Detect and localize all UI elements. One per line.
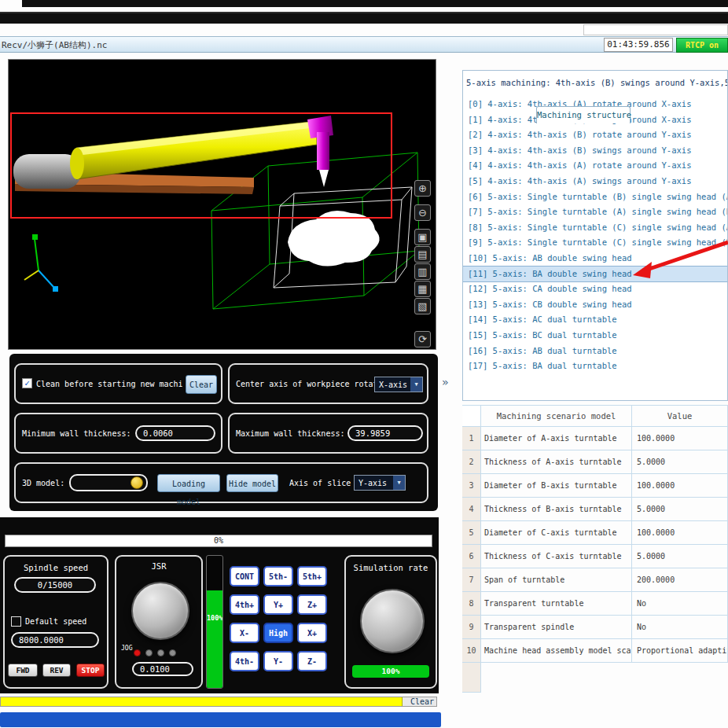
clear-progress-button[interactable]: Clear — [410, 697, 434, 706]
scenario-row-2[interactable]: 2Thickness of A-axis turntable5.0000 — [462, 450, 728, 474]
row-value[interactable]: 200.0000 — [632, 568, 728, 592]
scenario-row-1[interactable]: 1Diameter of A-axis turntable100.0000 — [462, 427, 728, 450]
jog-button-high[interactable]: High — [263, 623, 293, 643]
structure-item-4[interactable]: [4] 4-axis: 4th-axis (A) rotate around Y… — [463, 158, 728, 174]
row-value[interactable]: No — [632, 616, 728, 639]
rtcp-toggle-button[interactable]: RTCP on — [676, 38, 728, 53]
structure-item-12[interactable]: [12] 5-axis: CA double swing head — [463, 281, 728, 297]
jog-button-5th-minus[interactable]: 5th- — [263, 566, 293, 586]
min-wall-input[interactable]: 0.0060 — [135, 425, 215, 441]
default-speed-label: Default speed — [25, 617, 86, 626]
row-number: 4 — [462, 498, 481, 521]
window-top-strip-1 — [22, 0, 728, 7]
simulation-knob[interactable] — [360, 589, 425, 653]
chevron-down-icon: ▼ — [410, 377, 422, 392]
spindle-title: Spindle speed — [5, 563, 107, 572]
structure-item-10[interactable]: [10] 5-axis: AB double swing head — [463, 251, 728, 267]
scenario-row-4[interactable]: 4Thickness of B-axis turntable5.0000 — [462, 498, 728, 521]
jog-button-x-plus[interactable]: X+ — [297, 623, 327, 643]
feed-override-fill — [207, 590, 222, 689]
spindle-rev-button[interactable]: REV — [42, 664, 71, 677]
jog-step-input[interactable]: 0.0100 — [132, 662, 193, 676]
file-path-label: Recv/小狮子(AB结构).nc — [2, 39, 107, 51]
spindle-fwd-button[interactable]: FWD — [8, 664, 38, 677]
scenario-row-9[interactable]: 9Transparent spindleNo — [462, 616, 728, 639]
feed-override-bar[interactable]: 100% — [206, 555, 223, 689]
view-fit-icon[interactable]: ▧ — [414, 298, 431, 314]
jog-button-4th-minus[interactable]: 4th- — [230, 651, 259, 671]
jog-button-4th-plus[interactable]: 4th+ — [230, 594, 259, 615]
axis-slice-dropdown[interactable]: Y-axis ▼ — [354, 475, 406, 491]
structure-item-3[interactable]: [3] 4-axis: 4th-axis (B) swings around Y… — [463, 143, 728, 159]
scenario-row-8[interactable]: 8Transparent turntableNo — [462, 592, 728, 616]
jog-indicator-3[interactable] — [169, 649, 176, 656]
structure-item-16[interactable]: [16] 5-axis: AB dual turntable — [463, 344, 728, 359]
row-value[interactable]: 5.0000 — [632, 545, 728, 568]
scenario-row-10[interactable]: 10Machine head assembly model scalePropo… — [462, 639, 728, 663]
row-name: Diameter of A-axis turntable — [481, 427, 632, 450]
view-reset-icon[interactable]: ⟳ — [414, 331, 431, 347]
structure-item-5[interactable]: [5] 4-axis: 4th-axis (A) swings around Y… — [463, 174, 728, 189]
loading-model-button[interactable]: Loading model — [157, 474, 220, 492]
row-value[interactable]: 5.0000 — [632, 498, 728, 521]
center-axis-dropdown[interactable]: X-axis ▼ — [374, 377, 423, 392]
jog-button-z-minus[interactable]: Z- — [297, 651, 327, 671]
max-wall-input[interactable]: 39.9859 — [347, 425, 423, 441]
jog-button-y-plus[interactable]: Y+ — [263, 594, 293, 615]
row-value[interactable]: 5.0000 — [632, 450, 728, 474]
row-value[interactable]: Proportional adaptive — [632, 639, 728, 663]
row-value[interactable]: 100.0000 — [632, 474, 728, 498]
zoom-out-icon[interactable]: ⊖ — [414, 204, 431, 221]
jsr-title: JSR — [116, 561, 201, 571]
jog-button-y-minus[interactable]: Y- — [263, 651, 293, 671]
clear-model-button[interactable]: Clear — [186, 375, 217, 394]
clean-checkbox[interactable]: ✓ — [22, 378, 32, 388]
model-browse-icon[interactable] — [131, 476, 143, 489]
panel-collapse-button[interactable]: » — [442, 376, 454, 392]
view-front-icon[interactable]: ▣ — [414, 229, 431, 245]
tab-machining-structure[interactable]: Machining structure — [536, 106, 631, 123]
structure-item-15[interactable]: [15] 5-axis: BC dual turntable — [463, 328, 728, 344]
hide-model-button[interactable]: Hide model — [226, 474, 278, 492]
jog-button-z-plus[interactable]: Z+ — [297, 594, 327, 615]
default-speed-input[interactable]: 8000.0000 — [11, 632, 99, 648]
scenario-row-3[interactable]: 3Diameter of B-axis turntable100.0000 — [462, 474, 728, 498]
spindle-stop-button[interactable]: STOP — [76, 664, 105, 677]
view-top-icon[interactable]: ▤ — [414, 246, 431, 263]
jog-button-x-minus[interactable]: X- — [230, 623, 259, 643]
app-root: Recv/小狮子(AB结构).nc 01:43:59.856 RTCP on — [0, 0, 728, 728]
jog-button-5th-plus[interactable]: 5th+ — [297, 566, 327, 586]
scenario-row-5[interactable]: 5Diameter of C-axis turntable100.0000 — [462, 521, 728, 545]
default-speed-checkbox[interactable] — [11, 616, 21, 627]
row-value[interactable]: No — [632, 592, 728, 616]
structure-item-9[interactable]: [9] 5-axis: Single turntable (C) single … — [463, 235, 728, 251]
viewport-3d[interactable]: ⊕⊖▣▤▥▦▧⟳ — [8, 59, 436, 350]
jog-indicator-red[interactable] — [134, 649, 141, 656]
structure-item-14[interactable]: [14] 5-axis: AC dual turntable — [463, 312, 728, 328]
right-panel: Machining File Machining structure Coord… — [462, 52, 728, 693]
structure-item-6[interactable]: [6] 5-axis: Single turntable (B) single … — [463, 189, 728, 205]
row-value[interactable]: 100.0000 — [632, 427, 728, 450]
structure-item-17[interactable]: [17] 5-axis: BA dual turntable — [463, 358, 728, 374]
row-number: 10 — [462, 639, 481, 663]
structure-item-8[interactable]: [8] 5-axis: Single turntable (C) single … — [463, 220, 728, 236]
scenario-row-7[interactable]: 7Span of turntable200.0000 — [462, 568, 728, 592]
jog-indicator-1[interactable] — [145, 649, 153, 656]
zoom-in-icon[interactable]: ⊕ — [414, 180, 431, 197]
row-value[interactable]: 100.0000 — [632, 521, 728, 545]
filler-num-col — [462, 663, 481, 693]
jog-button-cont[interactable]: CONT — [230, 566, 259, 586]
row-number: 9 — [462, 616, 481, 639]
structure-item-7[interactable]: [7] 5-axis: Single turntable (A) single … — [463, 204, 728, 220]
spindle-group: Spindle speed 0/15000 Default speed 8000… — [3, 555, 108, 689]
structure-item-2[interactable]: [2] 4-axis: 4th-axis (B) rotate around Y… — [463, 127, 728, 143]
view-side-icon[interactable]: ▥ — [414, 263, 431, 280]
view-iso-icon[interactable]: ▦ — [414, 281, 431, 297]
chevron-down-icon: ▼ — [393, 476, 405, 490]
jog-indicator-2[interactable] — [157, 649, 164, 656]
scenario-row-6[interactable]: 6Thickness of C-axis turntable5.0000 — [462, 545, 728, 568]
structure-item-11[interactable]: [11] 5-axis: BA double swing head — [463, 267, 728, 282]
structure-item-13[interactable]: [13] 5-axis: CB double swing head — [463, 297, 728, 313]
jsr-knob[interactable] — [131, 582, 189, 640]
row-number: 3 — [462, 474, 481, 498]
